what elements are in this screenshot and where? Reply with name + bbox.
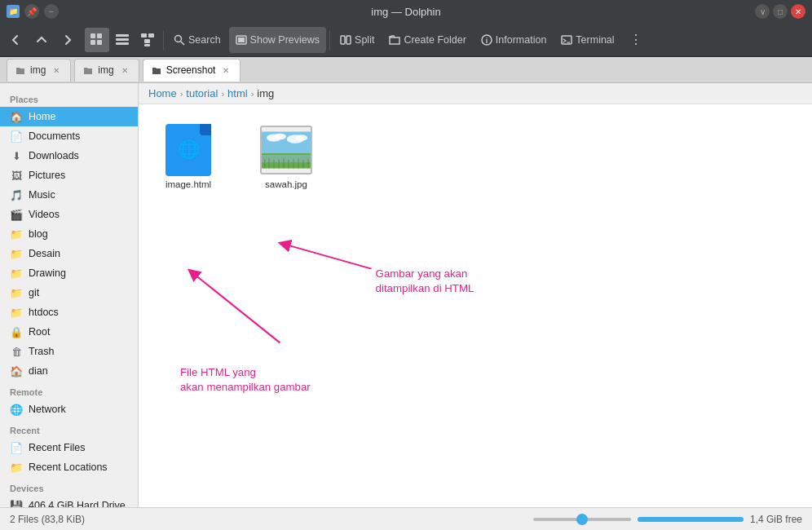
- zoom-slider-thumb[interactable]: [576, 514, 588, 525]
- icon-view-button[interactable]: [85, 28, 109, 52]
- home-icon: 🏠: [10, 110, 23, 123]
- sidebar-item-trash[interactable]: 🗑 Trash: [0, 342, 138, 361]
- sidebar-label-music: Music: [29, 189, 55, 201]
- file-grid: 🌐 image.html: [139, 104, 812, 507]
- breadcrumb-html[interactable]: html: [227, 87, 248, 99]
- file-item-image-html[interactable]: 🌐 image.html: [152, 117, 225, 196]
- content-area: Home › tutorial › html › img 🌐 image.htm…: [139, 83, 812, 507]
- drawing-icon: 📁: [10, 267, 23, 280]
- more-button[interactable]: ⋮: [623, 27, 649, 53]
- sidebar-item-videos[interactable]: 🎬 Videos: [0, 205, 138, 224]
- tab-img-2[interactable]: img ✕: [74, 59, 139, 82]
- information-button[interactable]: i Information: [474, 27, 554, 53]
- app-icon: 📁: [7, 5, 20, 18]
- svg-text:i: i: [486, 37, 488, 45]
- sidebar-item-pictures[interactable]: 🖼 Pictures: [0, 166, 138, 185]
- main-area: Places 🏠 Home 📄 Documents ⬇ Downloads 🖼 …: [0, 83, 812, 507]
- sidebar-item-dian[interactable]: 🏠 dian: [0, 361, 138, 381]
- svg-point-25: [295, 135, 307, 141]
- back-button[interactable]: [3, 27, 28, 53]
- sidebar-section-remote: Remote: [0, 381, 138, 400]
- svg-text:ditampilkan di HTML: ditampilkan di HTML: [376, 282, 474, 294]
- tab-close-2[interactable]: ✕: [119, 64, 130, 76]
- tab-img-1[interactable]: img ✕: [7, 59, 71, 82]
- minimize-button[interactable]: −: [44, 4, 59, 19]
- sidebar-item-home[interactable]: 🏠 Home: [0, 107, 138, 126]
- pin-button[interactable]: 📌: [24, 4, 39, 19]
- list-view-button[interactable]: [110, 28, 135, 52]
- file-icon-sawah-jpg: [260, 124, 312, 176]
- trash-icon: 🗑: [10, 345, 23, 358]
- sidebar-item-recent-files[interactable]: 📄 Recent Files: [0, 438, 138, 457]
- split-label: Split: [355, 34, 374, 46]
- minimize-window-button[interactable]: ∨: [755, 4, 770, 19]
- sidebar-item-htdocs[interactable]: 📁 htdocs: [0, 303, 138, 322]
- tab-label-2: img: [98, 64, 113, 76]
- sidebar-item-downloads[interactable]: ⬇ Downloads: [0, 146, 138, 166]
- tab-screenshot[interactable]: Screenshot ✕: [143, 59, 241, 82]
- storage-bar: [638, 517, 744, 522]
- pictures-icon: 🖼: [10, 169, 23, 182]
- svg-line-38: [192, 273, 280, 343]
- sidebar-item-desain[interactable]: 📁 Desain: [0, 244, 138, 263]
- up-button[interactable]: [29, 27, 54, 53]
- svg-rect-15: [341, 36, 345, 44]
- close-window-button[interactable]: ✕: [791, 4, 805, 19]
- sidebar-item-drawing[interactable]: 📁 Drawing: [0, 263, 138, 283]
- file-name-image-html: image.html: [165, 179, 211, 189]
- maximize-window-button[interactable]: □: [773, 4, 788, 19]
- icon-view-icon: [90, 33, 104, 47]
- zoom-slider-track[interactable]: [533, 518, 631, 521]
- tree-view-button[interactable]: [135, 28, 160, 52]
- nav-buttons: [3, 27, 80, 53]
- sidebar-item-network[interactable]: 🌐 Network: [0, 400, 138, 419]
- svg-rect-14: [238, 38, 245, 42]
- breadcrumb-tutorial[interactable]: tutorial: [186, 87, 218, 99]
- tab-close-3[interactable]: ✕: [220, 64, 232, 76]
- breadcrumb-sep-2: ›: [221, 89, 224, 99]
- file-icon-image-html: 🌐: [162, 124, 214, 176]
- desain-icon: 📁: [10, 247, 23, 260]
- sidebar-section-places: Places: [0, 88, 138, 107]
- split-button[interactable]: Split: [333, 27, 381, 53]
- sidebar-item-root[interactable]: 🔒 Root: [0, 322, 138, 342]
- information-label: Information: [496, 34, 547, 46]
- svg-rect-4: [116, 34, 129, 37]
- sidebar-item-documents[interactable]: 📄 Documents: [0, 126, 138, 146]
- search-button[interactable]: Search: [167, 27, 227, 53]
- forward-button[interactable]: [55, 27, 80, 53]
- svg-rect-3: [97, 40, 102, 45]
- split-icon: [340, 34, 351, 46]
- file-item-sawah-jpg[interactable]: sawah.jpg: [249, 117, 323, 196]
- terminal-button[interactable]: Terminal: [554, 27, 620, 53]
- sidebar-item-harddrive-1[interactable]: 💾 406,4 GiB Hard Drive: [0, 496, 138, 507]
- titlebar-left: 📁 📌 −: [7, 4, 59, 19]
- file-name-sawah-jpg: sawah.jpg: [265, 179, 307, 189]
- sidebar: Places 🏠 Home 📄 Documents ⬇ Downloads 🖼 …: [0, 83, 139, 507]
- dian-icon: 🏠: [10, 364, 23, 378]
- statusbar-slider[interactable]: [533, 518, 631, 521]
- svg-rect-16: [346, 36, 351, 44]
- sidebar-item-blog[interactable]: 📁 blog: [0, 224, 138, 244]
- view-buttons: [85, 28, 160, 52]
- svg-text:akan menampilkan gambar: akan menampilkan gambar: [180, 381, 311, 393]
- sidebar-label-recent-locations: Recent Locations: [29, 462, 108, 473]
- svg-rect-5: [116, 38, 129, 41]
- window-controls: ∨ □ ✕: [755, 4, 805, 19]
- blog-icon: 📁: [10, 227, 23, 241]
- harddrive-1-icon: 💾: [10, 499, 23, 507]
- htdocs-icon: 📁: [10, 306, 23, 319]
- sidebar-item-git[interactable]: 📁 git: [0, 283, 138, 303]
- breadcrumb-img: img: [257, 87, 274, 99]
- tree-view-icon: [140, 33, 155, 47]
- tab-close-1[interactable]: ✕: [51, 64, 62, 76]
- sidebar-item-music[interactable]: 🎵 Music: [0, 185, 138, 205]
- create-folder-button[interactable]: Create Folder: [382, 27, 472, 53]
- breadcrumb-home[interactable]: Home: [148, 87, 177, 99]
- show-previews-button[interactable]: Show Previews: [229, 27, 326, 53]
- sidebar-label-htdocs: htdocs: [29, 307, 59, 318]
- recent-locations-icon: 📁: [10, 461, 23, 474]
- breadcrumb-bar: Home › tutorial › html › img: [139, 83, 812, 104]
- svg-rect-9: [144, 39, 150, 43]
- sidebar-item-recent-locations[interactable]: 📁 Recent Locations: [0, 457, 138, 477]
